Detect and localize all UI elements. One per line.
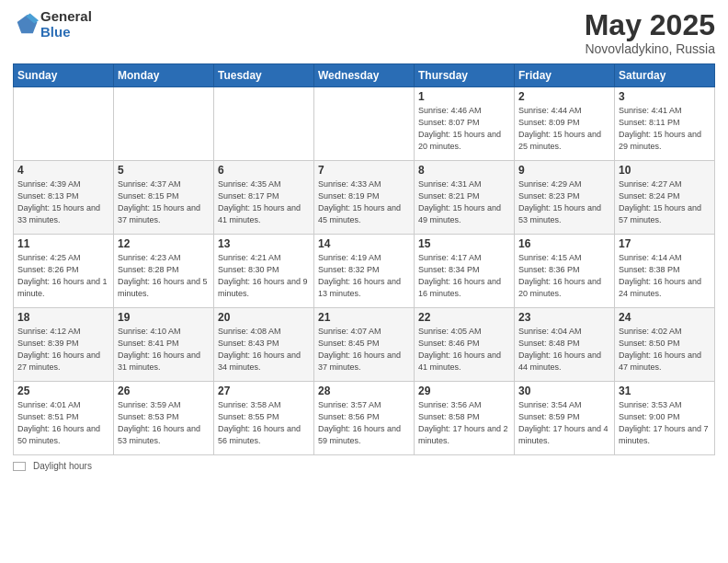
- col-thursday: Thursday: [415, 64, 515, 87]
- col-wednesday: Wednesday: [314, 64, 415, 87]
- day-info: Sunrise: 3:56 AMSunset: 8:58 PMDaylight:…: [418, 399, 510, 447]
- calendar-week-row: 1Sunrise: 4:46 AMSunset: 8:07 PMDaylight…: [14, 87, 715, 161]
- day-info: Sunrise: 4:21 AMSunset: 8:30 PMDaylight:…: [218, 252, 310, 300]
- table-row: 15Sunrise: 4:17 AMSunset: 8:34 PMDayligh…: [415, 235, 515, 308]
- table-row: 26Sunrise: 3:59 AMSunset: 8:53 PMDayligh…: [114, 382, 214, 455]
- day-info: Sunrise: 3:59 AMSunset: 8:53 PMDaylight:…: [118, 399, 210, 447]
- col-friday: Friday: [515, 64, 615, 87]
- table-row: 11Sunrise: 4:25 AMSunset: 8:26 PMDayligh…: [14, 235, 114, 308]
- table-row: 4Sunrise: 4:39 AMSunset: 8:13 PMDaylight…: [14, 161, 114, 235]
- day-info: Sunrise: 4:29 AMSunset: 8:23 PMDaylight:…: [518, 178, 610, 226]
- day-info: Sunrise: 4:14 AMSunset: 8:38 PMDaylight:…: [619, 252, 711, 300]
- table-row: 8Sunrise: 4:31 AMSunset: 8:21 PMDaylight…: [415, 161, 515, 235]
- day-info: Sunrise: 4:31 AMSunset: 8:21 PMDaylight:…: [418, 178, 510, 226]
- day-number: 7: [318, 164, 410, 177]
- table-row: 6Sunrise: 4:35 AMSunset: 8:17 PMDaylight…: [214, 161, 314, 235]
- table-row: 20Sunrise: 4:08 AMSunset: 8:43 PMDayligh…: [214, 308, 314, 382]
- day-info: Sunrise: 3:58 AMSunset: 8:55 PMDaylight:…: [218, 399, 310, 447]
- day-number: 13: [218, 237, 310, 250]
- page: General Blue May 2025 Novovladykino, Rus…: [0, 0, 728, 563]
- logo-icon: [13, 12, 39, 38]
- day-info: Sunrise: 3:53 AMSunset: 9:00 PMDaylight:…: [619, 399, 711, 447]
- table-row: 17Sunrise: 4:14 AMSunset: 8:38 PMDayligh…: [615, 235, 715, 308]
- day-info: Sunrise: 4:15 AMSunset: 8:36 PMDaylight:…: [518, 252, 610, 300]
- day-number: 24: [619, 311, 711, 324]
- table-row: 21Sunrise: 4:07 AMSunset: 8:45 PMDayligh…: [314, 308, 415, 382]
- day-info: Sunrise: 4:25 AMSunset: 8:26 PMDaylight:…: [17, 252, 109, 300]
- day-number: 26: [118, 385, 210, 397]
- table-row: 1Sunrise: 4:46 AMSunset: 8:07 PMDaylight…: [415, 87, 515, 161]
- day-info: Sunrise: 4:17 AMSunset: 8:34 PMDaylight:…: [418, 252, 510, 300]
- table-row: 12Sunrise: 4:23 AMSunset: 8:28 PMDayligh…: [114, 235, 214, 308]
- day-number: 25: [17, 385, 109, 397]
- day-number: 22: [418, 311, 510, 324]
- col-monday: Monday: [114, 64, 214, 87]
- day-info: Sunrise: 4:08 AMSunset: 8:43 PMDaylight:…: [218, 326, 310, 373]
- subtitle: Novovladykino, Russia: [585, 41, 715, 56]
- table-row: 19Sunrise: 4:10 AMSunset: 8:41 PMDayligh…: [114, 308, 214, 382]
- day-number: 8: [418, 164, 510, 177]
- table-row: 22Sunrise: 4:05 AMSunset: 8:46 PMDayligh…: [415, 308, 515, 382]
- day-number: 29: [418, 385, 510, 397]
- day-info: Sunrise: 4:01 AMSunset: 8:51 PMDaylight:…: [17, 399, 109, 447]
- day-number: 23: [518, 311, 610, 324]
- calendar-week-row: 18Sunrise: 4:12 AMSunset: 8:39 PMDayligh…: [14, 308, 715, 382]
- col-saturday: Saturday: [615, 64, 715, 87]
- day-info: Sunrise: 4:19 AMSunset: 8:32 PMDaylight:…: [318, 252, 410, 300]
- day-number: 16: [518, 237, 610, 250]
- table-row: 18Sunrise: 4:12 AMSunset: 8:39 PMDayligh…: [14, 308, 114, 382]
- day-number: 11: [17, 237, 109, 250]
- day-info: Sunrise: 4:41 AMSunset: 8:11 PMDaylight:…: [619, 105, 711, 153]
- day-info: Sunrise: 4:27 AMSunset: 8:24 PMDaylight:…: [619, 178, 711, 226]
- table-row: [214, 87, 314, 161]
- day-number: 1: [418, 90, 510, 103]
- day-info: Sunrise: 4:12 AMSunset: 8:39 PMDaylight:…: [17, 326, 109, 373]
- day-number: 2: [518, 90, 610, 103]
- day-info: Sunrise: 3:54 AMSunset: 8:59 PMDaylight:…: [518, 399, 610, 447]
- day-info: Sunrise: 4:23 AMSunset: 8:28 PMDaylight:…: [118, 252, 210, 300]
- table-row: 9Sunrise: 4:29 AMSunset: 8:23 PMDaylight…: [515, 161, 615, 235]
- day-number: 9: [518, 164, 610, 177]
- logo-general: General: [40, 9, 92, 25]
- day-number: 14: [318, 237, 410, 250]
- day-info: Sunrise: 4:02 AMSunset: 8:50 PMDaylight:…: [619, 326, 711, 373]
- day-info: Sunrise: 4:04 AMSunset: 8:48 PMDaylight:…: [518, 326, 610, 373]
- table-row: 25Sunrise: 4:01 AMSunset: 8:51 PMDayligh…: [14, 382, 114, 455]
- table-row: 5Sunrise: 4:37 AMSunset: 8:15 PMDaylight…: [114, 161, 214, 235]
- calendar-week-row: 11Sunrise: 4:25 AMSunset: 8:26 PMDayligh…: [14, 235, 715, 308]
- table-row: 28Sunrise: 3:57 AMSunset: 8:56 PMDayligh…: [314, 382, 415, 455]
- calendar-week-row: 25Sunrise: 4:01 AMSunset: 8:51 PMDayligh…: [14, 382, 715, 455]
- day-number: 4: [17, 164, 109, 177]
- day-info: Sunrise: 4:10 AMSunset: 8:41 PMDaylight:…: [118, 326, 210, 373]
- table-row: 10Sunrise: 4:27 AMSunset: 8:24 PMDayligh…: [615, 161, 715, 235]
- day-number: 17: [619, 237, 711, 250]
- table-row: [114, 87, 214, 161]
- day-number: 6: [218, 164, 310, 177]
- day-info: Sunrise: 4:35 AMSunset: 8:17 PMDaylight:…: [218, 178, 310, 226]
- logo: General Blue: [13, 9, 92, 40]
- table-row: 7Sunrise: 4:33 AMSunset: 8:19 PMDaylight…: [314, 161, 415, 235]
- header: General Blue May 2025 Novovladykino, Rus…: [13, 9, 715, 56]
- table-row: 16Sunrise: 4:15 AMSunset: 8:36 PMDayligh…: [515, 235, 615, 308]
- day-info: Sunrise: 4:44 AMSunset: 8:09 PMDaylight:…: [518, 105, 610, 153]
- daylight-label: Daylight hours: [33, 461, 92, 471]
- table-row: 29Sunrise: 3:56 AMSunset: 8:58 PMDayligh…: [415, 382, 515, 455]
- calendar-week-row: 4Sunrise: 4:39 AMSunset: 8:13 PMDaylight…: [14, 161, 715, 235]
- legend-box: [13, 462, 26, 471]
- day-info: Sunrise: 4:07 AMSunset: 8:45 PMDaylight:…: [318, 326, 410, 373]
- table-row: 27Sunrise: 3:58 AMSunset: 8:55 PMDayligh…: [214, 382, 314, 455]
- calendar-header-row: Sunday Monday Tuesday Wednesday Thursday…: [14, 64, 715, 87]
- table-row: 3Sunrise: 4:41 AMSunset: 8:11 PMDaylight…: [615, 87, 715, 161]
- day-info: Sunrise: 4:05 AMSunset: 8:46 PMDaylight:…: [418, 326, 510, 373]
- day-info: Sunrise: 4:33 AMSunset: 8:19 PMDaylight:…: [318, 178, 410, 226]
- table-row: [14, 87, 114, 161]
- day-info: Sunrise: 3:57 AMSunset: 8:56 PMDaylight:…: [318, 399, 410, 447]
- table-row: 23Sunrise: 4:04 AMSunset: 8:48 PMDayligh…: [515, 308, 615, 382]
- day-number: 31: [619, 385, 711, 397]
- table-row: 31Sunrise: 3:53 AMSunset: 9:00 PMDayligh…: [615, 382, 715, 455]
- day-number: 20: [218, 311, 310, 324]
- logo-blue: Blue: [40, 25, 92, 40]
- calendar-table: Sunday Monday Tuesday Wednesday Thursday…: [13, 63, 715, 455]
- title-block: May 2025 Novovladykino, Russia: [585, 9, 715, 56]
- day-number: 30: [518, 385, 610, 397]
